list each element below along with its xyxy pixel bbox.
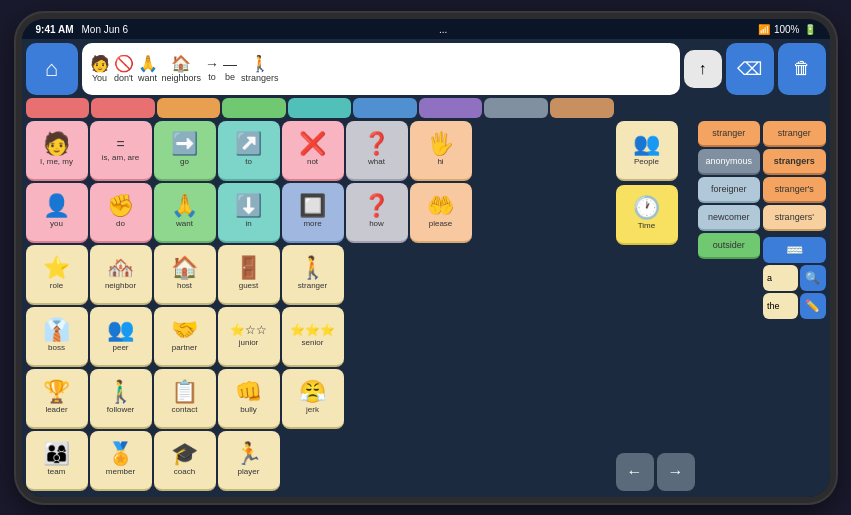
cell-not[interactable]: ❌ not xyxy=(282,121,344,181)
vocab-row-5: 🏆 leader 🚶‍♂️ follower 📋 contact 👊 xyxy=(26,369,613,429)
home-button[interactable]: ⌂ xyxy=(26,43,78,95)
cell-more[interactable]: 🔲 more xyxy=(282,183,344,243)
word-btn-newcomer[interactable]: newcomer xyxy=(698,205,761,231)
cell-time[interactable]: 🕐 Time xyxy=(616,185,678,245)
cat-btn-9[interactable] xyxy=(550,98,614,118)
edit-button[interactable]: ✏️ xyxy=(800,293,826,319)
word-btn-outsider[interactable]: outsider xyxy=(698,233,761,259)
keyboard-button[interactable]: ⌨️ xyxy=(763,237,826,263)
cell-host[interactable]: 🏠 host xyxy=(154,245,216,305)
label-want: want xyxy=(176,219,193,228)
sentence-word-to[interactable]: → to xyxy=(205,56,219,82)
cell-role[interactable]: ⭐ role xyxy=(26,245,88,305)
vocab-row-4: 👔 boss 👥 peer 🤝 partner ⭐☆☆ xyxy=(26,307,613,367)
sentence-word-want[interactable]: 🙏 want xyxy=(138,54,158,83)
label-role: role xyxy=(50,281,63,290)
label-boss: boss xyxy=(48,343,65,352)
cell-hi[interactable]: 🖐️ hi xyxy=(410,121,472,181)
status-bar: 9:41 AM Mon Jun 6 ... 📶 100% 🔋 xyxy=(22,19,830,39)
cell-how[interactable]: ❓ how xyxy=(346,183,408,243)
sentence-word-dont[interactable]: 🚫 don't xyxy=(114,54,134,83)
cat-btn-4[interactable] xyxy=(222,98,286,118)
share-button[interactable]: ↑ xyxy=(684,50,722,88)
full-grid: 🧑 I, me, my = is, am, are ➡️ go ↗️ xyxy=(26,121,826,491)
trash-button[interactable]: 🗑 xyxy=(778,43,826,95)
icon-follower: 🚶‍♂️ xyxy=(107,381,134,403)
search-icon: 🔍 xyxy=(805,271,820,285)
cell-in[interactable]: ⬇️ in xyxy=(218,183,280,243)
icon-host: 🏠 xyxy=(171,257,198,279)
label-coach: coach xyxy=(174,467,195,476)
battery-text: 100% xyxy=(774,24,800,35)
cell-jerk[interactable]: 😤 jerk xyxy=(282,369,344,429)
word-label-strangers: strangers xyxy=(241,73,279,83)
word-icon-be: — xyxy=(223,56,237,72)
search-input-a[interactable]: a xyxy=(763,265,798,291)
icon-neighbor: 🏘️ xyxy=(107,257,134,279)
cell-go[interactable]: ➡️ go xyxy=(154,121,216,181)
cell-neighbor[interactable]: 🏘️ neighbor xyxy=(90,245,152,305)
cell-boss[interactable]: 👔 boss xyxy=(26,307,88,367)
cell-you[interactable]: 👤 you xyxy=(26,183,88,243)
forward-button[interactable]: → xyxy=(657,453,695,491)
cell-what[interactable]: ❓ what xyxy=(346,121,408,181)
cell-do[interactable]: ✊ do xyxy=(90,183,152,243)
word-btn-strangers[interactable]: strangers xyxy=(763,149,826,175)
cell-follower[interactable]: 🚶‍♂️ follower xyxy=(90,369,152,429)
edit-input-the[interactable]: the xyxy=(763,293,798,319)
cat-btn-8[interactable] xyxy=(484,98,548,118)
cell-guest[interactable]: 🚪 guest xyxy=(218,245,280,305)
word-btn-strangers-apostrophe2[interactable]: strangers' xyxy=(763,205,826,231)
cell-want[interactable]: 🙏 want xyxy=(154,183,216,243)
cat-btn-7[interactable] xyxy=(419,98,483,118)
trash-icon: 🗑 xyxy=(793,58,811,79)
icon-team: 👨‍👩‍👦 xyxy=(43,443,70,465)
sentence-word-neighbors[interactable]: 🏠 neighbors xyxy=(162,54,202,83)
cat-btn-5[interactable] xyxy=(288,98,352,118)
cell-please[interactable]: 🤲 please xyxy=(410,183,472,243)
word-icon-to: → xyxy=(205,56,219,72)
cell-contact[interactable]: 📋 contact xyxy=(154,369,216,429)
cat-btn-2[interactable] xyxy=(91,98,155,118)
cat-btn-3[interactable] xyxy=(157,98,221,118)
word-btn-stranger[interactable]: stranger xyxy=(698,121,761,147)
backspace-button[interactable]: ⌫ xyxy=(726,43,774,95)
cell-player[interactable]: 🏃 player xyxy=(218,431,280,491)
vocab-row-6: 👨‍👩‍👦 team 🏅 member 🎓 coach 🏃 xyxy=(26,431,613,491)
status-right: 📶 100% 🔋 xyxy=(758,24,816,35)
label-stranger: stranger xyxy=(298,281,327,290)
cell-peer[interactable]: 👥 peer xyxy=(90,307,152,367)
cell-senior[interactable]: ⭐⭐⭐ senior xyxy=(282,307,344,367)
word-icon-you: 🧑 xyxy=(90,54,110,73)
cell-is-am-are[interactable]: = is, am, are xyxy=(90,121,152,181)
icon-hi: 🖐️ xyxy=(427,133,454,155)
status-date: Mon Jun 6 xyxy=(81,24,128,35)
back-button[interactable]: ← xyxy=(616,453,654,491)
word-btn-foreigner[interactable]: foreigner xyxy=(698,177,761,203)
cell-junior[interactable]: ⭐☆☆ junior xyxy=(218,307,280,367)
icon-do: ✊ xyxy=(107,195,134,217)
cell-to[interactable]: ↗️ to xyxy=(218,121,280,181)
cell-stranger[interactable]: 🚶 stranger xyxy=(282,245,344,305)
cell-bully[interactable]: 👊 bully xyxy=(218,369,280,429)
label-time: Time xyxy=(638,221,655,230)
cell-member[interactable]: 🏅 member xyxy=(90,431,152,491)
search-button[interactable]: 🔍 xyxy=(800,265,826,291)
cell-leader[interactable]: 🏆 leader xyxy=(26,369,88,429)
cat-btn-1[interactable] xyxy=(26,98,90,118)
edit-value-the: the xyxy=(767,301,780,311)
cell-coach[interactable]: 🎓 coach xyxy=(154,431,216,491)
sentence-word-you[interactable]: 🧑 You xyxy=(90,54,110,83)
word-list-col-1: stranger anonymous foreigner newcomer ou… xyxy=(698,121,761,491)
sentence-word-strangers[interactable]: 🚶 strangers xyxy=(241,54,279,83)
cell-team[interactable]: 👨‍👩‍👦 team xyxy=(26,431,88,491)
cell-partner[interactable]: 🤝 partner xyxy=(154,307,216,367)
cat-btn-6[interactable] xyxy=(353,98,417,118)
word-btn-stranger2[interactable]: stranger xyxy=(763,121,826,147)
word-btn-strangers-apostrophe[interactable]: stranger's xyxy=(763,177,826,203)
label-i-me-my: I, me, my xyxy=(40,157,73,166)
word-btn-anonymous[interactable]: anonymous xyxy=(698,149,761,175)
cell-people[interactable]: 👥 People xyxy=(616,121,678,181)
cell-i-me-my[interactable]: 🧑 I, me, my xyxy=(26,121,88,181)
sentence-word-be[interactable]: — be xyxy=(223,56,237,82)
